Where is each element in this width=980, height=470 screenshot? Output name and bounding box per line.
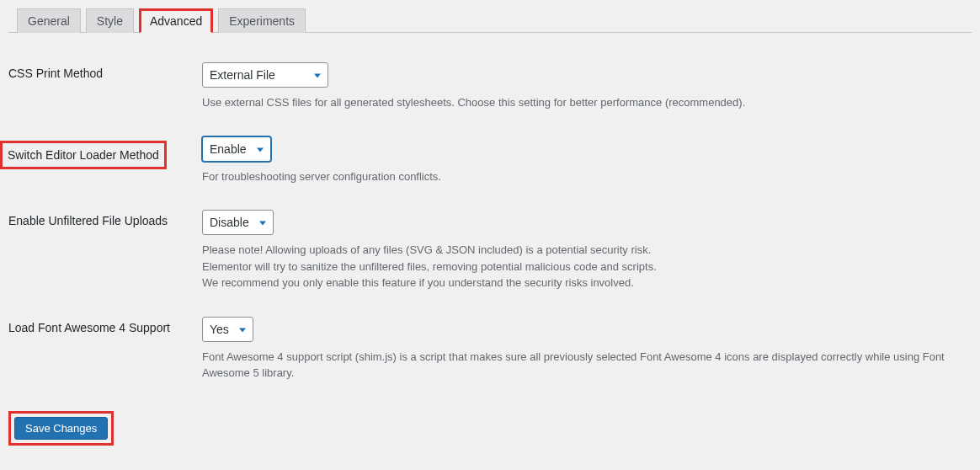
save-highlight: Save Changes — [8, 411, 114, 446]
tab-style[interactable]: Style — [86, 8, 134, 33]
tab-experiments[interactable]: Experiments — [218, 8, 306, 33]
select-load-fa4[interactable]: Yes — [202, 317, 253, 342]
select-unfiltered-uploads[interactable]: Disable — [202, 210, 274, 235]
tab-general[interactable]: General — [17, 8, 81, 33]
description-css-print-method: Use external CSS files for all generated… — [202, 94, 963, 111]
description-load-fa4: Font Awesome 4 support script (shim.js) … — [202, 349, 963, 382]
select-switch-editor-loader[interactable]: Enable — [202, 136, 271, 162]
label-unfiltered-uploads: Enable Unfiltered File Uploads — [8, 197, 194, 304]
description-unfiltered-uploads: Please note! Allowing uploads of any fil… — [202, 242, 963, 291]
tab-bar: General Style Advanced Experiments — [8, 8, 972, 33]
label-switch-editor-loader: Switch Editor Loader Method — [0, 141, 167, 169]
label-css-print-method: CSS Print Method — [8, 50, 194, 124]
label-load-fa4: Load Font Awesome 4 Support — [8, 304, 194, 394]
select-css-print-method[interactable]: External File — [202, 62, 328, 88]
save-changes-button[interactable]: Save Changes — [14, 417, 108, 440]
settings-form: CSS Print Method External File Use exter… — [8, 50, 972, 394]
tab-advanced[interactable]: Advanced — [139, 8, 213, 33]
description-switch-editor-loader: For troubleshooting server configuration… — [202, 168, 963, 185]
